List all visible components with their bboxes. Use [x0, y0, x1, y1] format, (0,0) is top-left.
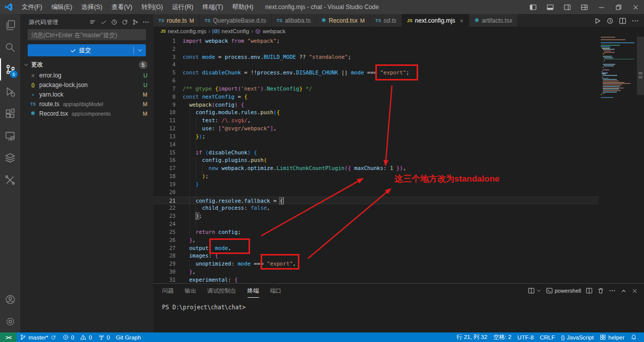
status-indentation[interactable]: 空格: 2 — [491, 332, 515, 342]
status-warnings[interactable]: 0 — [77, 332, 95, 342]
code-line-31[interactable]: 31 experimental: { — [153, 276, 599, 283]
code-line-15[interactable]: 15 if (disableChunk) { — [153, 149, 599, 157]
git-graph-icon[interactable] — [132, 19, 139, 26]
code-line-14[interactable]: 14 — [153, 141, 599, 149]
panel-tab-终端[interactable]: 终端 — [248, 284, 259, 298]
code-line-23[interactable]: 23 }; — [153, 212, 599, 220]
run-icon[interactable] — [594, 16, 601, 25]
vscode-logo-icon[interactable] — [0, 3, 17, 11]
tab-QueryableBase.d.ts[interactable]: TSQueryableBase.d.ts — [200, 14, 272, 27]
close-panel-icon[interactable] — [631, 288, 638, 294]
terminal-shell-item[interactable]: powershell — [546, 287, 581, 294]
code-line-1[interactable]: 1import webpack from "webpack"; — [153, 37, 599, 45]
status-encoding[interactable]: UTF-8 — [514, 332, 537, 342]
code-line-19[interactable]: 19 } — [153, 181, 599, 189]
status-errors[interactable]: 0 — [59, 332, 77, 342]
status-notifications[interactable] — [627, 332, 640, 342]
view-as-list-icon[interactable] — [90, 19, 97, 26]
status-language[interactable]: {}JavaScript — [558, 332, 597, 342]
activity-account-icon[interactable] — [0, 288, 20, 310]
chevron-down-icon[interactable] — [134, 47, 146, 53]
activity-run-debug-icon[interactable] — [0, 80, 20, 103]
tab-artifacts.tsx[interactable]: ⚛artifacts.tsx — [469, 14, 518, 27]
commit-check-icon[interactable] — [100, 19, 107, 26]
activity-search-icon[interactable] — [0, 36, 20, 58]
panel-tab-问题[interactable]: 问题 — [162, 284, 174, 298]
activity-extensions-icon[interactable] — [0, 103, 20, 125]
menu-item[interactable]: 帮助(H) — [227, 4, 258, 11]
menu-item[interactable]: 转到(G) — [137, 4, 168, 11]
activity-remote-explorer-icon[interactable] — [0, 125, 20, 147]
history-icon[interactable] — [606, 16, 614, 25]
breadcrumb-item[interactable]: JSnext.config.mjs — [160, 28, 206, 34]
menu-item[interactable]: 文件(F) — [17, 4, 47, 11]
changes-section-header[interactable]: 更改 5 — [20, 59, 153, 70]
toggle-secondary-sidebar-icon[interactable] — [558, 0, 576, 14]
status-cursor-position[interactable]: 行 21, 列 32 — [453, 332, 490, 342]
panel-tab-输出[interactable]: 输出 — [185, 284, 196, 298]
status-git-graph[interactable]: Git Graph — [113, 332, 144, 342]
commit-button[interactable]: 提交 — [28, 44, 146, 56]
code-line-20[interactable]: 20 — [153, 189, 599, 197]
status-remote[interactable]: >< — [0, 332, 17, 342]
status-helper[interactable]: helper — [597, 332, 627, 342]
more-icon[interactable] — [142, 19, 149, 26]
code-line-11[interactable]: 11 test: /\.svg$/, — [153, 117, 599, 125]
code-line-13[interactable]: 13 }); — [153, 133, 599, 141]
maximize-panel-icon[interactable] — [620, 288, 627, 294]
code-line-25[interactable]: 25 return config; — [153, 228, 599, 236]
commit-message-input[interactable]: 消息(Ctrl+Enter 在"master"提交) — [28, 29, 146, 40]
tab-Record.tsx[interactable]: ⚛Record.tsxM — [316, 14, 370, 27]
breadcrumb-item[interactable]: webpack — [255, 28, 285, 34]
code-line-24[interactable]: 24 — [153, 220, 599, 228]
refresh-icon[interactable] — [121, 19, 128, 26]
code-line-12[interactable]: 12 use: ["@svgr/webpack"], — [153, 125, 599, 133]
code-line-17[interactable]: 17 new webpack.optimize.LimitChunkCountP… — [153, 164, 599, 173]
tab-next.config.mjs[interactable]: JSnext.config.mjs — [402, 14, 469, 27]
scm-file-row[interactable]: ≡error.logU — [20, 70, 153, 80]
close-tab-icon[interactable] — [459, 17, 464, 24]
status-branch[interactable]: master* — [17, 332, 59, 342]
minimize-icon[interactable] — [593, 0, 610, 14]
tab-route.ts[interactable]: TSroute.tsM — [153, 14, 200, 27]
panel-tab-端口[interactable]: 端口 — [270, 284, 282, 298]
history-icon[interactable] — [111, 19, 118, 26]
status-tower[interactable]: 0 — [95, 332, 113, 342]
activity-settings-icon[interactable] — [0, 310, 20, 332]
split-terminal-icon[interactable] — [586, 287, 593, 294]
code-line-29[interactable]: 29 unoptimized: mode === "export", — [153, 260, 599, 268]
menu-item[interactable]: 查看(V) — [107, 4, 137, 11]
code-line-10[interactable]: 10 config.module.rules.push({ — [153, 109, 599, 117]
restore-icon[interactable] — [610, 0, 627, 14]
status-eol[interactable]: CRLF — [537, 332, 558, 342]
tab-sd.ts[interactable]: TSsd.ts — [370, 14, 402, 27]
panel-tab-调试控制台[interactable]: 调试控制台 — [207, 284, 236, 298]
customize-layout-icon[interactable] — [576, 0, 593, 14]
close-icon[interactable] — [627, 0, 644, 14]
menu-item[interactable]: 终端(T) — [198, 4, 227, 11]
menu-item[interactable]: 编辑(E) — [47, 4, 77, 11]
new-terminal-icon[interactable] — [528, 287, 541, 294]
scm-file-row[interactable]: ◕yarn.lockM — [20, 90, 153, 99]
code-line-7[interactable]: 7/** @type {import('next').NextConfig} *… — [153, 85, 599, 93]
breadcrumb-item[interactable]: [@]nextConfig — [212, 28, 249, 34]
more-icon[interactable] — [631, 16, 639, 25]
more-actions-icon[interactable] — [609, 287, 616, 294]
menu-item[interactable]: 选择(S) — [77, 4, 107, 11]
tab-alibaba.ts[interactable]: TSalibaba.ts — [272, 14, 316, 27]
code-line-18[interactable]: 18 ); — [153, 173, 599, 181]
code-line-16[interactable]: 16 config.plugins.push( — [153, 156, 599, 164]
code-line-9[interactable]: 9 webpack(config) { — [153, 101, 599, 109]
menu-item[interactable]: 运行(R) — [168, 4, 198, 11]
scm-file-row[interactable]: {}package-lock.jsonU — [20, 80, 153, 90]
editor-scrollbar[interactable] — [637, 36, 644, 283]
split-editor-icon[interactable] — [619, 16, 626, 25]
activity-explorer-icon[interactable] — [0, 14, 20, 36]
toggle-sidebar-icon[interactable] — [524, 0, 541, 14]
activity-source-control-icon[interactable]: 5 — [0, 58, 20, 80]
scrollbar-thumb[interactable] — [637, 37, 644, 95]
activity-layers-icon[interactable] — [0, 147, 20, 169]
toggle-panel-icon[interactable] — [541, 0, 558, 14]
scm-file-row[interactable]: ⚛Record.tsxapp\componentsM — [20, 109, 153, 118]
activity-tools-icon[interactable] — [0, 169, 20, 191]
